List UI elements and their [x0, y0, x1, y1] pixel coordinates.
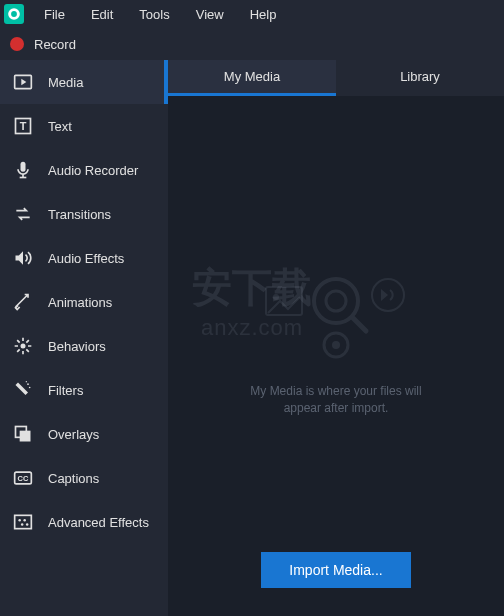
- tab-library[interactable]: Library: [336, 60, 504, 96]
- overlays-icon: [12, 423, 34, 445]
- sidebar-item-audio-recorder[interactable]: Audio Recorder: [0, 148, 168, 192]
- svg-point-1: [11, 11, 17, 17]
- sidebar-item-label: Media: [48, 75, 83, 90]
- sidebar-item-advanced-effects[interactable]: Advanced Effects: [0, 500, 168, 544]
- sidebar-item-label: Animations: [48, 295, 112, 310]
- text-icon: T: [12, 115, 34, 137]
- sidebar-item-animations[interactable]: Animations: [0, 280, 168, 324]
- placeholder-graphic-icon: [256, 245, 416, 365]
- sidebar-item-label: Filters: [48, 383, 83, 398]
- sidebar-item-label: Overlays: [48, 427, 99, 442]
- main: Media T Text Audio Recorder Transitions …: [0, 60, 504, 616]
- svg-rect-6: [21, 162, 26, 172]
- content-panel: My Media Library My Media: [168, 60, 504, 616]
- svg-line-27: [353, 318, 366, 331]
- sidebar-item-filters[interactable]: Filters: [0, 368, 168, 412]
- mic-icon: [12, 159, 34, 181]
- svg-marker-3: [21, 79, 26, 86]
- svg-point-11: [27, 383, 29, 385]
- behaviors-icon: [12, 335, 34, 357]
- svg-rect-15: [20, 431, 31, 442]
- sidebar-item-media[interactable]: Media: [0, 60, 168, 104]
- content-body: My Media is where your files will appear…: [168, 96, 504, 616]
- record-label: Record: [34, 37, 76, 52]
- svg-point-24: [273, 294, 279, 300]
- svg-text:CC: CC: [18, 474, 29, 483]
- svg-point-31: [332, 341, 340, 349]
- svg-text:T: T: [20, 120, 27, 132]
- advanced-icon: [12, 511, 34, 533]
- record-dot-icon: [10, 37, 24, 51]
- svg-point-12: [29, 387, 31, 389]
- svg-point-20: [23, 519, 26, 522]
- captions-icon: CC: [12, 467, 34, 489]
- filters-icon: [12, 379, 34, 401]
- sidebar: Media T Text Audio Recorder Transitions …: [0, 60, 168, 616]
- svg-marker-29: [381, 289, 388, 301]
- transitions-icon: [12, 203, 34, 225]
- sidebar-item-label: Audio Effects: [48, 251, 124, 266]
- sidebar-item-behaviors[interactable]: Behaviors: [0, 324, 168, 368]
- sidebar-item-label: Behaviors: [48, 339, 106, 354]
- menu-view[interactable]: View: [184, 3, 236, 26]
- svg-point-22: [26, 523, 29, 526]
- svg-point-19: [18, 519, 21, 522]
- sidebar-item-transitions[interactable]: Transitions: [0, 192, 168, 236]
- svg-point-10: [21, 344, 26, 349]
- sidebar-item-captions[interactable]: CC Captions: [0, 456, 168, 500]
- svg-point-21: [21, 523, 24, 526]
- media-icon: [12, 71, 34, 93]
- animations-icon: [12, 291, 34, 313]
- svg-rect-18: [15, 515, 32, 528]
- content-tabs: My Media Library: [168, 60, 504, 96]
- menu-edit[interactable]: Edit: [79, 3, 125, 26]
- svg-marker-9: [16, 251, 24, 264]
- menubar: File Edit Tools View Help: [0, 0, 504, 28]
- sidebar-item-label: Captions: [48, 471, 99, 486]
- sidebar-item-label: Text: [48, 119, 72, 134]
- svg-point-26: [326, 291, 346, 311]
- app-icon: [4, 4, 24, 24]
- placeholder-text: My Media is where your files will appear…: [236, 383, 436, 417]
- audio-effects-icon: [12, 247, 34, 269]
- svg-point-13: [26, 381, 27, 382]
- menu-file[interactable]: File: [32, 3, 77, 26]
- sidebar-item-label: Audio Recorder: [48, 163, 138, 178]
- menu-tools[interactable]: Tools: [127, 3, 181, 26]
- record-bar[interactable]: Record: [0, 28, 504, 60]
- sidebar-item-audio-effects[interactable]: Audio Effects: [0, 236, 168, 280]
- tab-my-media[interactable]: My Media: [168, 60, 336, 96]
- sidebar-item-overlays[interactable]: Overlays: [0, 412, 168, 456]
- sidebar-item-label: Advanced Effects: [48, 515, 149, 530]
- sidebar-item-text[interactable]: T Text: [0, 104, 168, 148]
- menu-help[interactable]: Help: [238, 3, 289, 26]
- import-media-button[interactable]: Import Media...: [261, 552, 410, 588]
- sidebar-item-label: Transitions: [48, 207, 111, 222]
